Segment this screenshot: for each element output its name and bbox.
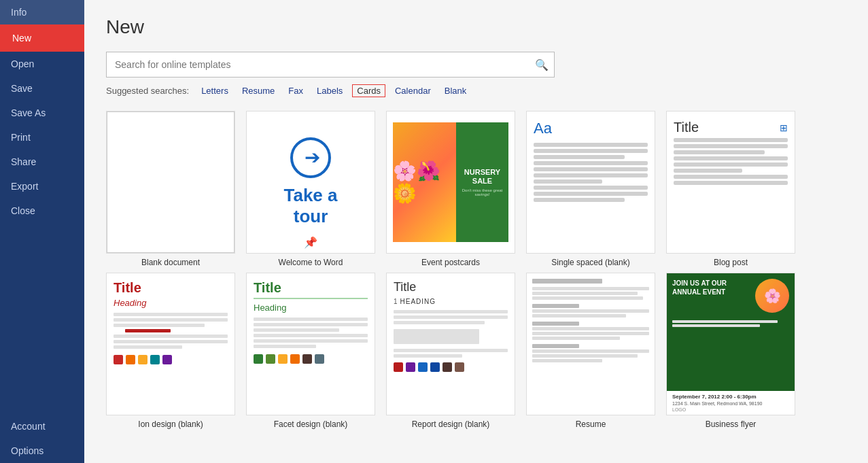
facet-line	[254, 334, 368, 337]
facet-color-dot	[290, 354, 300, 364]
template-ion[interactable]: Title Heading	[106, 273, 235, 429]
resume-section-line	[532, 296, 643, 300]
doc-line	[534, 161, 648, 165]
tag-letters[interactable]: Letters	[197, 85, 232, 97]
single-spaced-preview: Aa	[527, 112, 655, 253]
sidebar-item-share[interactable]: Share	[0, 150, 84, 174]
report-color-dot	[406, 362, 415, 372]
doc-line	[534, 192, 648, 196]
ion-color-dot	[162, 355, 172, 364]
resume-name-line	[532, 279, 602, 284]
template-flyer-label: Business flyer	[706, 419, 757, 429]
doc-line	[674, 175, 788, 179]
template-single-spaced-label: Single spaced (blank)	[551, 258, 629, 267]
sidebar-item-save[interactable]: Save	[0, 76, 84, 101]
sidebar-item-info[interactable]: Info	[0, 0, 84, 24]
ion-color-dot	[114, 355, 123, 364]
page-title: New	[106, 16, 846, 38]
template-blank[interactable]: Blank document	[106, 111, 235, 267]
doc-line	[674, 138, 788, 142]
tag-labels[interactable]: Labels	[313, 85, 347, 97]
tag-blank[interactable]: Blank	[440, 85, 471, 97]
template-facet-label: Facet design (blank)	[274, 419, 348, 429]
blog-title-row: Title ⊞	[674, 120, 788, 135]
template-blog-label: Blog post	[714, 258, 748, 267]
ion-line	[114, 345, 182, 349]
main-content: New 🔍 Suggested searches: Letters Resume…	[84, 0, 868, 463]
facet-color-dot	[254, 354, 263, 364]
report-num: 1	[394, 298, 398, 305]
ion-indent-line	[125, 329, 171, 332]
template-facet[interactable]: Title Heading	[246, 273, 375, 429]
tag-calendar[interactable]: Calendar	[391, 85, 435, 97]
facet-colors	[254, 354, 368, 364]
template-flyer[interactable]: JOIN US AT OURANNUAL EVENT 🌸 September 7…	[666, 273, 795, 429]
template-resume[interactable]: Resume	[526, 273, 655, 429]
template-nursery[interactable]: 🌸🌺🌼 NURSERYSALE Don't miss these great s…	[386, 111, 515, 267]
sidebar: Info New Open Save Save As Print Share E…	[0, 0, 84, 463]
template-report[interactable]: Title 1 HEADING	[386, 273, 515, 429]
flyer-line	[672, 320, 778, 323]
sidebar-item-account[interactable]: Account	[0, 414, 84, 439]
sidebar-item-save-as[interactable]: Save As	[0, 101, 84, 125]
sidebar-item-close[interactable]: Close	[0, 199, 84, 223]
doc-line	[534, 155, 625, 159]
sidebar-item-export[interactable]: Export	[0, 174, 84, 199]
tag-cards[interactable]: Cards	[352, 84, 385, 97]
template-ion-label: Ion design (blank)	[138, 419, 203, 429]
blog-preview: Title ⊞	[667, 112, 795, 253]
resume-section-line	[532, 349, 649, 353]
facet-color-dot	[302, 354, 312, 364]
doc-line	[674, 181, 788, 185]
ion-lines	[114, 313, 228, 349]
template-tour[interactable]: ➔ Take atour 📌 Welcome to Word	[246, 111, 375, 267]
report-line	[394, 321, 485, 324]
search-button[interactable]: 🔍	[530, 52, 554, 77]
resume-section-line	[532, 354, 638, 358]
doc-line	[674, 150, 765, 154]
template-tour-label: Welcome to Word	[279, 258, 343, 267]
tag-resume[interactable]: Resume	[238, 85, 279, 97]
tag-fax[interactable]: Fax	[284, 85, 307, 97]
ion-preview: Title Heading	[107, 273, 235, 415]
facet-color-dot	[315, 354, 324, 364]
nursery-sale-title: NURSERYSALE	[464, 168, 500, 186]
sidebar-item-print[interactable]: Print	[0, 125, 84, 150]
resume-section-header	[532, 304, 579, 308]
suggested-label: Suggested searches:	[106, 86, 189, 96]
suggested-searches: Suggested searches: Letters Resume Fax L…	[106, 84, 846, 97]
template-blog[interactable]: Title ⊞ Blog post	[666, 111, 795, 267]
facet-heading: Heading	[254, 303, 368, 313]
facet-preview: Title Heading	[247, 273, 375, 415]
sidebar-item-options[interactable]: Options	[0, 439, 84, 463]
report-colors	[394, 362, 508, 372]
facet-title: Title	[254, 280, 368, 296]
facet-underline	[254, 298, 368, 299]
report-color-dot	[455, 362, 464, 372]
template-report-label: Report design (blank)	[412, 419, 490, 429]
resume-section-line	[532, 292, 638, 295]
doc-lines	[674, 138, 788, 185]
doc-line	[534, 186, 648, 190]
doc-line	[674, 144, 788, 148]
blog-title-text: Title	[674, 120, 699, 135]
templates-row-1: Blank document ➔ Take atour 📌 Welcome to…	[106, 111, 846, 267]
sidebar-item-new[interactable]: New	[0, 24, 84, 52]
doc-line	[534, 143, 648, 147]
flyer-date-text: September 7, 2012 2:00 - 6:30pm	[672, 394, 789, 400]
flyer-logo-text: LOGO	[672, 407, 789, 412]
ion-colors	[114, 355, 228, 364]
ion-color-dot	[150, 355, 160, 364]
ion-line	[114, 313, 228, 316]
doc-line	[534, 149, 648, 153]
report-title: Title	[394, 280, 508, 294]
report-preview: Title 1 HEADING	[387, 273, 515, 415]
doc-aa: Aa	[534, 120, 648, 137]
resume-section-header	[532, 344, 579, 348]
search-input[interactable]	[107, 54, 530, 75]
resume-preview	[527, 273, 655, 415]
template-single-spaced[interactable]: Aa Single spaced (blank)	[526, 111, 655, 267]
ion-color-dot	[138, 355, 147, 364]
report-lines	[394, 310, 508, 324]
sidebar-item-open[interactable]: Open	[0, 52, 84, 76]
